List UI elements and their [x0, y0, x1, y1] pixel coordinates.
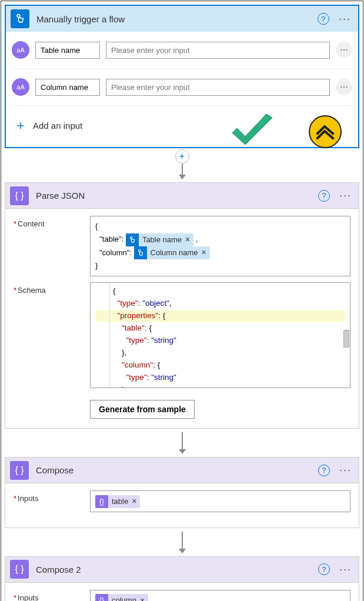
parse-json-header[interactable]: { } Parse JSON ? ···: [5, 183, 359, 209]
inputs-label: *Inputs: [14, 590, 90, 601]
schema-input[interactable]: { "type": "object", "properties": { "tab…: [90, 282, 350, 388]
plus-icon: ＋: [14, 116, 27, 134]
svg-point-1: [130, 236, 132, 239]
schema-label: *Schema: [14, 282, 90, 388]
more-icon[interactable]: ···: [337, 464, 354, 476]
braces-icon: { }: [10, 461, 29, 480]
token-column-name: Column name ×: [134, 246, 210, 259]
add-input-label: Add an input: [33, 121, 82, 131]
compose-header[interactable]: { } Compose ? ···: [5, 458, 359, 483]
braces-icon: {}: [95, 495, 108, 508]
add-input-button[interactable]: ＋ Add an input: [14, 116, 82, 134]
compose2-header[interactable]: { } Compose 2 ? ···: [5, 557, 359, 583]
inputs-input[interactable]: {} table ×: [90, 490, 350, 512]
param-name-input[interactable]: [35, 79, 100, 96]
trigger-title: Manually trigger a flow: [36, 14, 318, 24]
param-value-input[interactable]: [106, 42, 330, 59]
content-input[interactable]: { "table": Table name × , "column": Colu…: [90, 216, 350, 276]
braces-icon: { }: [10, 560, 29, 579]
add-step-button[interactable]: +: [175, 149, 189, 163]
braces-icon: { }: [10, 186, 29, 205]
param-value-input[interactable]: [106, 79, 330, 96]
touch-icon: [126, 233, 139, 246]
arrow-down-icon: [182, 163, 183, 179]
token-remove-icon[interactable]: ×: [140, 594, 148, 601]
param-more-icon[interactable]: ⋯: [336, 42, 352, 58]
generate-from-sample-button[interactable]: Generate from sample: [90, 400, 195, 419]
compose2-card: { } Compose 2 ? ··· *Inputs {} column ×: [5, 556, 359, 601]
text-type-icon: aA: [12, 78, 29, 96]
svg-point-0: [17, 15, 20, 18]
scrollbar-thumb[interactable]: [343, 330, 349, 348]
coin-badge-icon: [309, 115, 342, 148]
param-row: aA ⋯: [12, 32, 352, 69]
token-remove-icon[interactable]: ×: [202, 246, 210, 260]
touch-icon: [11, 9, 29, 28]
more-icon[interactable]: ···: [337, 189, 354, 202]
parse-json-title: Parse JSON: [36, 191, 318, 201]
token-remove-icon[interactable]: ×: [132, 495, 140, 509]
param-row: aA ⋯: [12, 69, 352, 106]
token-remove-icon[interactable]: ×: [185, 233, 193, 247]
compose-card: { } Compose ? ··· *Inputs {} table ×: [5, 457, 359, 528]
help-icon[interactable]: ?: [318, 465, 330, 476]
more-icon[interactable]: ···: [336, 13, 353, 25]
svg-point-2: [138, 250, 141, 252]
trigger-header[interactable]: Manually trigger a flow ? ···: [6, 6, 358, 32]
token-column: {} column ×: [95, 594, 148, 601]
help-icon[interactable]: ?: [318, 13, 329, 25]
touch-icon: [134, 246, 147, 259]
arrow-down-icon: [182, 432, 183, 453]
parse-json-card: { } Parse JSON ? ··· *Content { "table":…: [5, 182, 359, 429]
help-icon[interactable]: ?: [318, 190, 330, 202]
param-name-input[interactable]: [35, 42, 100, 59]
compose-title: Compose: [36, 465, 318, 475]
content-label: *Content: [14, 216, 90, 276]
help-icon[interactable]: ?: [318, 563, 330, 575]
token-table-name: Table name ×: [126, 233, 193, 246]
checkmark-icon: [229, 113, 276, 149]
braces-icon: {}: [95, 594, 108, 601]
token-table: {} table ×: [95, 495, 140, 508]
trigger-card: Manually trigger a flow ? ··· aA ⋯ aA ⋯ …: [5, 5, 359, 148]
more-icon[interactable]: ···: [337, 563, 354, 576]
text-type-icon: aA: [12, 41, 29, 59]
inputs-label: *Inputs: [14, 490, 90, 512]
inputs-input[interactable]: {} column ×: [90, 590, 350, 601]
compose2-title: Compose 2: [36, 565, 318, 575]
param-more-icon[interactable]: ⋯: [336, 79, 352, 95]
arrow-down-icon: [182, 532, 183, 553]
